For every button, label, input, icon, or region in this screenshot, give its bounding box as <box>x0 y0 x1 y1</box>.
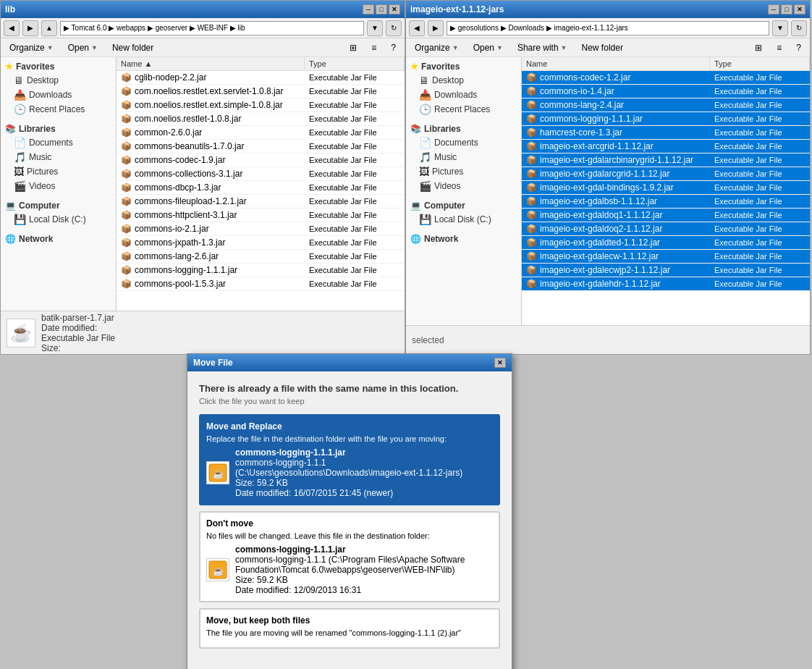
table-row[interactable]: 📦 commons-dbcp-1.3.jar Executable Jar Fi… <box>117 181 405 195</box>
left-address-bar[interactable]: ▶ Tomcat 6.0 ▶ webapps ▶ geoserver ▶ WEB… <box>60 21 364 35</box>
file-type: Executable Jar File <box>305 251 405 262</box>
right-sidebar-recent[interactable]: 🕒 Recent Places <box>406 102 521 117</box>
right-restore-button[interactable]: □ <box>781 4 792 14</box>
right-new-folder-button[interactable]: New folder <box>578 41 627 54</box>
right-name-header[interactable]: Name <box>522 57 710 70</box>
file-type: Executable Jar File <box>710 182 810 193</box>
table-row[interactable]: 📦 commons-codec-1.9.jar Executable Jar F… <box>117 153 405 167</box>
table-row[interactable]: 📦 commons-pool-1.5.3.jar Executable Jar … <box>117 277 405 291</box>
table-row[interactable]: 📦 imageio-ext-arcgrid-1.1.12.jar Executa… <box>522 140 810 153</box>
right-menu-bar: Organize ▼ Open ▼ Share with ▼ New folde… <box>406 38 810 57</box>
right-sidebar-music[interactable]: 🎵 Music <box>406 150 521 164</box>
table-row[interactable]: 📦 commons-beanutils-1.7.0.jar Executable… <box>117 140 405 153</box>
left-type-header[interactable]: Type <box>305 57 405 70</box>
right-sidebar-videos[interactable]: 🎬 Videos <box>406 179 521 193</box>
new-folder-button[interactable]: New folder <box>108 41 158 54</box>
left-sidebar-music[interactable]: 🎵 Music <box>1 150 116 164</box>
table-row[interactable]: 📦 commons-lang-2.6.jar Executable Jar Fi… <box>117 250 405 264</box>
left-computer-header[interactable]: 💻 Computer <box>1 199 116 212</box>
right-help-button[interactable]: ? <box>792 41 805 54</box>
table-row[interactable]: 📦 imageio-ext-gdaldoq2-1.1.12.jar Execut… <box>522 222 810 236</box>
right-sidebar-local-disk[interactable]: 💾 Local Disk (C:) <box>406 212 521 227</box>
table-row[interactable]: 📦 commons-logging-1.1.1.jar Executable J… <box>117 264 405 277</box>
table-row[interactable]: 📦 com.noelios.restlet-1.0.8.jar Executab… <box>117 112 405 126</box>
left-dropdown-button[interactable]: ▼ <box>367 20 383 36</box>
up-button[interactable]: ▲ <box>41 20 57 36</box>
right-libraries-header[interactable]: 📚 Libraries <box>406 122 521 135</box>
help-button[interactable]: ? <box>386 41 400 54</box>
table-row[interactable]: 📦 com.noelios.restlet.ext.simple-1.0.8.j… <box>117 98 405 112</box>
jar-file-icon: 📦 <box>121 210 132 220</box>
open-arrow: ▼ <box>91 44 98 51</box>
table-row[interactable]: 📦 hamcrest-core-1.3.jar Executable Jar F… <box>522 126 810 140</box>
close-button[interactable]: ✕ <box>389 4 400 14</box>
table-row[interactable]: 📦 imageio-ext-gdalarcbinarygrid-1.1.12.j… <box>522 153 810 167</box>
table-row[interactable]: 📦 imageio-ext-gdaldted-1.1.12.jar Execut… <box>522 236 810 250</box>
left-name-header[interactable]: Name ▲ <box>117 57 305 70</box>
right-close-button[interactable]: ✕ <box>794 4 805 14</box>
left-sidebar-videos[interactable]: 🎬 Videos <box>1 179 116 193</box>
left-sidebar-local-disk[interactable]: 💾 Local Disk (C:) <box>1 212 116 227</box>
table-row[interactable]: 📦 imageio-ext-gdalarcgrid-1.1.12.jar Exe… <box>522 167 810 181</box>
table-row[interactable]: 📦 imageio-ext-gdalecwjp2-1.1.12.jar Exec… <box>522 264 810 277</box>
left-sidebar-recent[interactable]: 🕒 Recent Places <box>1 102 116 117</box>
right-back-button[interactable]: ◀ <box>409 20 425 36</box>
left-refresh-button[interactable]: ↻ <box>386 20 402 36</box>
table-row[interactable]: 📦 commons-collections-3.1.jar Executable… <box>117 167 405 181</box>
right-minimize-button[interactable]: ─ <box>768 4 779 14</box>
restore-button[interactable]: □ <box>376 4 387 14</box>
right-address-bar[interactable]: ▶ geosolutions ▶ Downloads ▶ imageio-ext… <box>447 21 769 35</box>
right-refresh-button[interactable]: ↻ <box>791 20 807 36</box>
left-favorites-header[interactable]: ★ Favorites <box>1 60 116 73</box>
right-organize-menu[interactable]: Organize ▼ <box>410 41 463 54</box>
back-button[interactable]: ◀ <box>4 20 20 36</box>
table-row[interactable]: 📦 common-2.6.0.jar Executable Jar File <box>117 126 405 140</box>
table-row[interactable]: 📦 commons-httpclient-3.1.jar Executable … <box>117 209 405 222</box>
view-menu[interactable]: ⊞ <box>345 41 361 54</box>
table-row[interactable]: 📦 cglib-nodep-2.2.jar Executable Jar Fil… <box>117 71 405 85</box>
right-network-header[interactable]: 🌐 Network <box>406 232 521 245</box>
forward-button[interactable]: ▶ <box>22 20 38 36</box>
right-open-menu[interactable]: Open ▼ <box>469 41 507 54</box>
table-row[interactable]: 📦 commons-logging-1.1.1.jar Executable J… <box>522 112 810 126</box>
table-row[interactable]: 📦 imageio-ext-gdalbsb-1.1.12.jar Executa… <box>522 195 810 209</box>
table-row[interactable]: 📦 imageio-ext-gdalecw-1.1.12.jar Executa… <box>522 250 810 264</box>
left-sidebar-desktop[interactable]: 🖥 Desktop <box>1 73 116 88</box>
right-share-menu[interactable]: Share with ▼ <box>513 41 572 54</box>
right-dropdown-button[interactable]: ▼ <box>772 20 788 36</box>
table-row[interactable]: 📦 commons-fileupload-1.2.1.jar Executabl… <box>117 195 405 209</box>
minimize-button[interactable]: ─ <box>363 4 374 14</box>
jar-file-icon: 📦 <box>526 224 537 234</box>
table-row[interactable]: 📦 commons-io-1.4.jar Executable Jar File <box>522 85 810 98</box>
left-network-header[interactable]: 🌐 Network <box>1 232 116 245</box>
right-view-menu[interactable]: ⊞ <box>750 41 766 54</box>
table-row[interactable]: 📦 imageio-ext-gdalehdr-1.1.12.jar Execut… <box>522 277 810 291</box>
table-row[interactable]: 📦 commons-lang-2.4.jar Executable Jar Fi… <box>522 98 810 112</box>
left-sidebar-pictures[interactable]: 🖼 Pictures <box>1 164 116 179</box>
left-preview-bar: ☕ batik-parser-1.7.jar Date modified: Ex… <box>1 311 405 354</box>
table-row[interactable]: 📦 commons-codec-1.2.jar Executable Jar F… <box>522 71 810 85</box>
right-type-header[interactable]: Type <box>710 57 810 70</box>
right-sidebar-pictures[interactable]: 🖼 Pictures <box>406 164 521 179</box>
file-name: cglib-nodep-2.2.jar <box>135 72 206 83</box>
table-row[interactable]: 📦 commons-io-2.1.jar Executable Jar File <box>117 222 405 236</box>
right-sidebar-documents[interactable]: 📄 Documents <box>406 135 521 150</box>
table-row[interactable]: 📦 commons-jxpath-1.3.jar Executable Jar … <box>117 236 405 250</box>
right-sidebar-downloads[interactable]: 📥 Downloads <box>406 88 521 102</box>
table-row[interactable]: 📦 imageio-ext-gdal-bindings-1.9.2.jar Ex… <box>522 181 810 195</box>
organize-menu[interactable]: Organize ▼ <box>5 41 58 54</box>
right-view-toggle[interactable]: ≡ <box>772 41 786 54</box>
right-favorites-header[interactable]: ★ Favorites <box>406 60 521 73</box>
right-computer-header[interactable]: 💻 Computer <box>406 199 521 212</box>
table-row[interactable]: 📦 imageio-ext-gdaldoq1-1.1.12.jar Execut… <box>522 209 810 222</box>
left-sidebar-downloads[interactable]: 📥 Downloads <box>1 88 116 102</box>
jar-file-icon: 📦 <box>121 224 132 234</box>
jar-file-icon: 📦 <box>526 114 537 124</box>
left-sidebar-documents[interactable]: 📄 Documents <box>1 135 116 150</box>
right-sidebar-desktop[interactable]: 🖥 Desktop <box>406 73 521 88</box>
left-libraries-header[interactable]: 📚 Libraries <box>1 122 116 135</box>
right-forward-button[interactable]: ▶ <box>428 20 444 36</box>
open-menu[interactable]: Open ▼ <box>64 41 102 54</box>
table-row[interactable]: 📦 com.noelios.restlet.ext.servlet-1.0.8.… <box>117 85 405 98</box>
view-toggle[interactable]: ≡ <box>367 41 381 54</box>
